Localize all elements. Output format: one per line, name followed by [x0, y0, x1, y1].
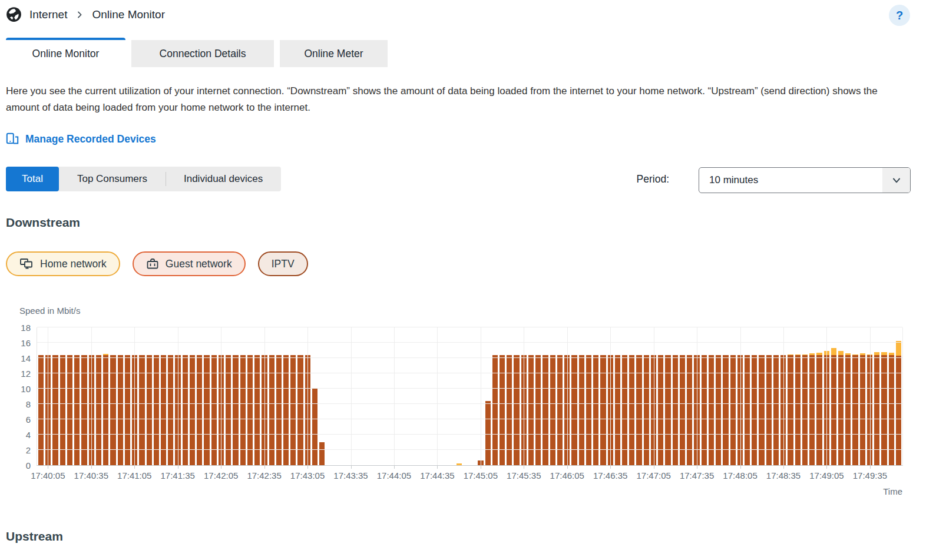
bar-segment-iptv	[723, 355, 728, 465]
bar-segment-iptv	[874, 355, 879, 465]
x-axis-tick-mark	[437, 465, 438, 469]
chart-bar	[81, 327, 87, 465]
chart-bar	[507, 327, 512, 465]
bar-segment-iptv	[759, 355, 764, 465]
chart-bar	[557, 327, 563, 465]
chart-bar	[636, 327, 641, 465]
legend-iptv[interactable]: IPTV	[258, 251, 308, 276]
bar-segment-iptv	[600, 355, 606, 465]
gridline	[481, 327, 481, 465]
chart-bar	[413, 327, 418, 465]
x-axis-tick-mark	[48, 465, 48, 469]
gridline	[870, 327, 871, 465]
manage-recorded-devices-link[interactable]: Manage Recorded Devices	[6, 132, 156, 145]
bar-segment-iptv	[845, 355, 851, 465]
bar-segment-iptv	[802, 355, 808, 465]
chart-bars	[37, 327, 902, 465]
chart-bar	[60, 327, 65, 465]
chart-bar	[802, 327, 808, 465]
bar-segment-iptv	[118, 355, 123, 465]
chart-bar	[528, 327, 534, 465]
legend-guest-network[interactable]: Guest network	[133, 251, 246, 276]
chart-bar	[161, 327, 166, 465]
chart-bar	[852, 327, 858, 465]
bar-segment-iptv	[269, 355, 274, 465]
chart-bar	[428, 327, 433, 465]
bar-segment-iptv	[247, 355, 253, 465]
gridline	[37, 403, 902, 404]
view-switch-top-consumers[interactable]: Top Consumers	[59, 167, 166, 191]
bar-segment-iptv	[795, 355, 801, 465]
gridline	[394, 327, 395, 465]
bar-segment-iptv	[752, 355, 757, 465]
chart-bar	[74, 327, 80, 465]
breadcrumb-page: Online Monitor	[92, 8, 165, 21]
tab-connection-details[interactable]: Connection Details	[131, 40, 274, 67]
breadcrumb-section[interactable]: Internet	[29, 8, 67, 21]
bar-segment-iptv	[809, 355, 815, 465]
chart-bar	[370, 327, 375, 465]
chart-bar	[240, 327, 246, 465]
briefcase-icon	[146, 257, 159, 270]
bar-segment-iptv	[290, 355, 296, 465]
chart-bar	[874, 327, 879, 465]
tab-online-meter[interactable]: Online Meter	[280, 40, 388, 67]
bar-segment-iptv	[147, 355, 152, 465]
chart-bar	[139, 327, 144, 465]
tab-online-monitor[interactable]: Online Monitor	[6, 38, 125, 67]
legend-home-network[interactable]: Home network	[6, 251, 120, 276]
view-switch-individual-devices[interactable]: Individual devices	[166, 167, 281, 191]
gridline	[48, 327, 48, 465]
chart-bar	[471, 327, 476, 465]
y-axis-tick-label: 12	[21, 369, 31, 378]
bar-segment-iptv	[773, 355, 779, 465]
gridline	[37, 449, 902, 450]
x-axis-tick-label: 17:42:05	[204, 470, 238, 481]
gridline	[524, 327, 524, 465]
chart-bar	[399, 327, 404, 465]
bar-segment-iptv	[125, 355, 130, 465]
chart-bar	[96, 327, 101, 465]
bar-segment-iptv	[881, 355, 887, 465]
chart-bar	[535, 327, 541, 465]
bar-segment-iptv	[103, 355, 108, 465]
gridline	[178, 327, 178, 465]
bar-segment-iptv	[485, 401, 491, 465]
view-switch-total[interactable]: Total	[6, 167, 59, 191]
chart-bar	[312, 327, 317, 465]
legend-label: Guest network	[166, 258, 232, 270]
internet-globe-icon	[6, 6, 22, 22]
period-select[interactable]: 10 minutes	[699, 167, 911, 193]
page-description: Here you see the current utilization of …	[6, 83, 905, 115]
bar-segment-home-network	[896, 341, 901, 356]
chart-bar	[600, 327, 606, 465]
chart-bar	[147, 327, 152, 465]
chart-bar	[788, 327, 793, 465]
period-select-button[interactable]	[882, 168, 910, 193]
chart-bar	[766, 327, 772, 465]
chart-bar	[586, 327, 591, 465]
bar-segment-iptv	[254, 355, 260, 465]
chart-bar	[118, 327, 123, 465]
chart-bar	[889, 327, 894, 465]
help-button[interactable]: ?	[889, 5, 910, 26]
chart-bar	[485, 327, 491, 465]
chart-bar	[730, 327, 736, 465]
chart-bar	[190, 327, 195, 465]
chart-bar	[644, 327, 649, 465]
x-axis-tick-mark	[783, 465, 784, 469]
x-axis-tick-mark	[307, 465, 308, 469]
chart-bar	[334, 327, 339, 465]
bar-segment-iptv	[788, 355, 793, 465]
period-label: Period:	[607, 173, 669, 185]
chart-bar	[276, 327, 282, 465]
bar-segment-iptv	[514, 355, 519, 465]
manage-link-label: Manage Recorded Devices	[25, 133, 156, 145]
bar-segment-iptv	[709, 355, 714, 465]
x-axis-tick-label: 17:40:05	[31, 470, 65, 481]
chart-bar	[154, 327, 159, 465]
x-axis-tick-label: 17:42:35	[247, 470, 281, 481]
downstream-heading: Downstream	[6, 216, 80, 230]
breadcrumb: Internet Online Monitor	[6, 6, 165, 22]
chart-bar	[500, 327, 505, 465]
